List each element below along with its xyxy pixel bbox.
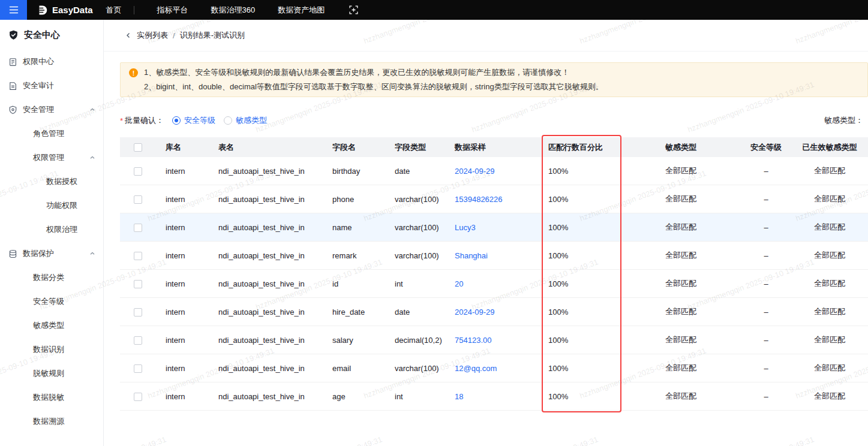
radio-label: 安全等级: [184, 115, 215, 126]
notice-line-1: 1、敏感类型、安全等级和脱敏规则的最新确认结果会覆盖历史结果，更改已生效的脱敏规…: [144, 65, 603, 80]
sidebar-item-data-recognition[interactable]: 数据识别: [0, 337, 103, 361]
radio-option[interactable]: 敏感类型: [224, 115, 267, 126]
header-sensitive: 敏感类型: [621, 137, 741, 157]
chevron-up-icon: [89, 155, 95, 161]
sample-value-link[interactable]: 2024-09-29: [455, 167, 495, 176]
cell-db: intern: [156, 242, 209, 270]
row-checkbox-cell: [120, 213, 156, 242]
breadcrumb: 实例列表 / 识别结果-测试识别: [104, 20, 868, 52]
row-checkbox[interactable]: [134, 252, 142, 260]
sample-value-link[interactable]: 20: [455, 279, 463, 288]
table-row: internndi_autoapi_test_hive_inbirthdayda…: [120, 157, 868, 185]
back-icon[interactable]: [125, 32, 132, 39]
cell-security-level: –: [741, 213, 791, 242]
sidebar-item-permission-center[interactable]: 权限中心: [0, 50, 103, 74]
sidebar-item-label: 敏感类型: [33, 320, 64, 331]
cell-effective-type: 全部匹配: [791, 298, 868, 326]
cell-db: intern: [156, 298, 209, 326]
row-checkbox[interactable]: [134, 336, 142, 345]
sidebar-item-security-level[interactable]: 安全等级: [0, 290, 103, 314]
sidebar-item-data-authorization[interactable]: 数据授权: [0, 170, 103, 194]
cell-sample: 2024-09-29: [445, 298, 542, 326]
sidebar-item-label: 角色管理: [33, 128, 64, 139]
sidebar-item-permission-management[interactable]: 权限管理: [0, 146, 103, 170]
topbar-nav-item[interactable]: 首页: [106, 5, 122, 16]
row-checkbox[interactable]: [134, 364, 142, 373]
sidebar-item-function-permission[interactable]: 功能权限: [0, 194, 103, 218]
breadcrumb-instances-link[interactable]: 实例列表: [137, 30, 168, 41]
row-checkbox-cell: [120, 242, 156, 270]
row-checkbox-cell: [120, 326, 156, 354]
header-table: 表名: [209, 137, 323, 157]
sidebar-item-role-management[interactable]: 角色管理: [0, 122, 103, 146]
cell-security-level: –: [741, 242, 791, 270]
cell-effective-type: 全部匹配: [791, 382, 868, 411]
radio-option[interactable]: 安全等级: [172, 115, 215, 126]
cell-db: intern: [156, 157, 209, 185]
radio-circle[interactable]: [224, 116, 232, 125]
expand-grid-icon[interactable]: [349, 5, 359, 15]
row-checkbox[interactable]: [134, 167, 142, 176]
cell-type: varchar(100): [385, 242, 445, 270]
row-checkbox[interactable]: [134, 224, 142, 232]
doc-edit-icon: [8, 58, 17, 67]
sidebar-item-masking-rules[interactable]: 脱敏规则: [0, 361, 103, 385]
hamburger-icon: [9, 6, 19, 14]
cell-match-percent: 100%: [542, 213, 621, 242]
table-row: internndi_autoapi_test_hive_inhire_dated…: [120, 298, 868, 326]
sidebar-item-security-management[interactable]: 安全管理: [0, 98, 103, 122]
topbar-nav-item[interactable]: 数据治理360: [211, 5, 256, 16]
topbar-nav-item[interactable]: 指标平台: [157, 5, 188, 16]
sample-value-link[interactable]: 18: [455, 392, 463, 401]
sidebar-title: 安全中心: [0, 20, 103, 50]
cell-security-level: –: [741, 185, 791, 213]
sample-value-link[interactable]: 2024-09-29: [455, 308, 495, 317]
table-row: internndi_autoapi_test_hive_inemailvarch…: [120, 354, 868, 382]
sample-value-link[interactable]: Shanghai: [455, 251, 488, 260]
sidebar-item-data-classification[interactable]: 数据分类: [0, 266, 103, 290]
select-all-checkbox[interactable]: [134, 143, 142, 152]
cell-table: ndi_autoapi_test_hive_in: [209, 382, 323, 411]
sample-value-link[interactable]: 15394826226: [455, 195, 503, 204]
cell-field: phone: [323, 185, 385, 213]
cell-sample: 12@qq.com: [445, 354, 542, 382]
cell-match-percent: 100%: [542, 382, 621, 411]
sidebar-item-sensitive-type[interactable]: 敏感类型: [0, 314, 103, 337]
cell-sensitive-type: 全部匹配: [621, 298, 741, 326]
sample-value-link[interactable]: 754123.00: [455, 336, 491, 345]
menu-button[interactable]: [0, 0, 27, 20]
sidebar-item-security-audit[interactable]: 安全审计: [0, 74, 103, 98]
sidebar-item-data-lineage[interactable]: 数据溯源: [0, 409, 103, 433]
topbar-nav-item[interactable]: 数据资产地图: [278, 5, 325, 16]
breadcrumb-current: 识别结果-测试识别: [180, 30, 245, 41]
sidebar-item-data-protection[interactable]: 数据保护: [0, 242, 103, 266]
cell-field: name: [323, 213, 385, 242]
row-checkbox[interactable]: [134, 393, 142, 401]
cell-db: intern: [156, 382, 209, 411]
cell-field: hire_date: [323, 298, 385, 326]
cell-sample: 754123.00: [445, 326, 542, 354]
cell-sensitive-type: 全部匹配: [621, 326, 741, 354]
cell-table: ndi_autoapi_test_hive_in: [209, 242, 323, 270]
sidebar-item-permission-governance[interactable]: 权限治理: [0, 218, 103, 242]
row-checkbox[interactable]: [134, 308, 142, 317]
cell-field: remark: [323, 242, 385, 270]
batch-confirm-row: * 批量确认： 安全等级敏感类型 敏感类型：: [120, 111, 868, 130]
row-checkbox[interactable]: [134, 280, 142, 288]
sidebar-item-data-masking[interactable]: 数据脱敏: [0, 385, 103, 409]
sidebar-item-label: 权限中心: [23, 56, 54, 67]
brand[interactable]: EasyData: [37, 5, 93, 16]
cell-effective-type: 全部匹配: [791, 326, 868, 354]
table-body: internndi_autoapi_test_hive_inbirthdayda…: [120, 157, 868, 411]
cell-effective-type: 全部匹配: [791, 354, 868, 382]
cell-sensitive-type: 全部匹配: [621, 157, 741, 185]
breadcrumb-separator: /: [173, 31, 175, 40]
sidebar-item-label: 数据授权: [46, 176, 77, 187]
cell-match-percent: 100%: [542, 270, 621, 298]
sample-value-link[interactable]: 12@qq.com: [455, 364, 497, 373]
row-checkbox[interactable]: [134, 195, 142, 204]
sample-value-link[interactable]: Lucy3: [455, 223, 476, 232]
cell-type: int: [385, 382, 445, 411]
radio-circle[interactable]: [172, 116, 181, 125]
row-checkbox-cell: [120, 157, 156, 185]
